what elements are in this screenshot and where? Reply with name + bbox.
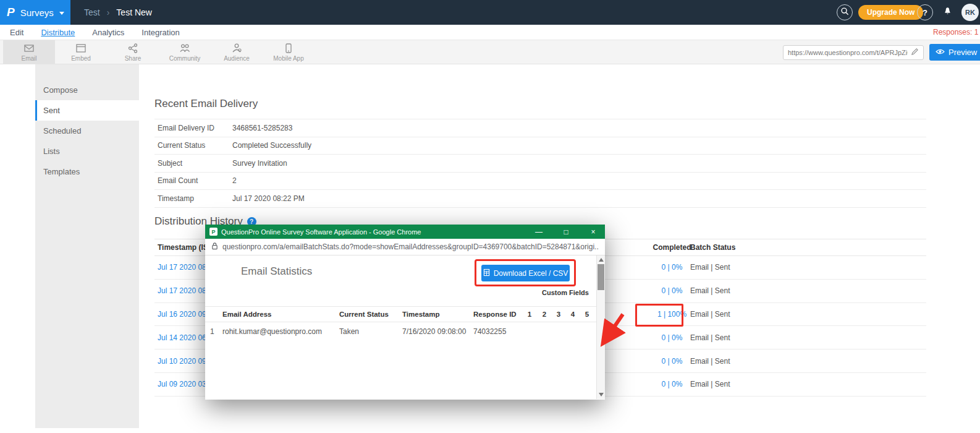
help-button[interactable]: ? [917, 4, 933, 20]
embed-icon [75, 43, 87, 54]
email-statistics-heading: Email Statistics [241, 265, 312, 278]
mobile-app-icon [283, 43, 294, 54]
maximize-icon[interactable]: □ [554, 225, 578, 239]
column-header-current-status: Current Status [339, 311, 389, 318]
table-row: Current Status Completed Successfully [154, 137, 926, 155]
table-row: Email Count 2 [154, 173, 926, 191]
toolbar-item-label: Community [169, 55, 201, 62]
close-icon[interactable]: × [581, 225, 605, 239]
lock-icon [211, 241, 218, 252]
batch-status-value: Email | Sent [690, 333, 730, 342]
minimize-icon[interactable]: — [527, 225, 551, 239]
row-value: Survey Invitation [232, 159, 287, 168]
table-row: Subject Survey Invitation [154, 155, 926, 173]
column-header-custom-2: 2 [540, 311, 549, 318]
eye-icon [936, 48, 945, 57]
surveys-menu-label: Surveys [20, 7, 54, 18]
toolbar-item-share[interactable]: Share [107, 40, 159, 64]
column-header-custom-1: 1 [525, 311, 534, 318]
row-value: 3468561-5285283 [232, 124, 292, 132]
popup-content: Email Statistics Download Excel / CSV Cu… [205, 255, 605, 399]
toolbar-item-label: Share [125, 55, 142, 62]
popup-url-text[interactable]: questionpro.com/a/emailBatchStats.do?mod… [222, 242, 599, 251]
email-sidebar: Compose Sent Scheduled Lists Templates [35, 64, 139, 428]
recent-email-delivery-table: Email Delivery ID 3468561-5285283 Curren… [154, 119, 926, 208]
row-label: Current Status [154, 141, 232, 150]
distribute-toolbar: Email Embed Share Community Audience Mob… [0, 40, 980, 64]
tab-edit[interactable]: Edit [10, 28, 23, 37]
table-row: 1 rohit.kumar@questionpro.com Taken 7/16… [205, 322, 596, 341]
toolbar-item-mobile-app[interactable]: Mobile App [263, 40, 315, 64]
scrollbar-thumb[interactable] [598, 264, 604, 290]
audience-icon [231, 43, 242, 54]
recent-email-delivery-title: Recent Email Delivery [154, 98, 258, 110]
surveys-menu[interactable]: P Surveys [0, 0, 70, 25]
batch-status-value: Email | Sent [690, 380, 730, 388]
batch-status-value: Email | Sent [690, 357, 730, 366]
avatar[interactable]: RK [961, 4, 979, 21]
toolbar-item-community[interactable]: Community [159, 40, 211, 64]
popup-scrollbar[interactable] [596, 255, 605, 399]
toolbar-item-embed[interactable]: Embed [55, 40, 107, 64]
breadcrumb-item-test[interactable]: Test [84, 7, 100, 17]
tab-integration[interactable]: Integration [142, 28, 179, 37]
timestamp-value: 7/16/2020 09:08:00 [402, 327, 466, 336]
popup-table-header-row: Email Address Current Status Timestamp R… [205, 306, 596, 322]
bell-icon [942, 6, 953, 19]
batch-status-value: Email | Sent [690, 310, 730, 319]
edit-pencil-icon[interactable] [911, 47, 919, 58]
share-icon [127, 43, 138, 54]
row-label: Email Delivery ID [154, 124, 232, 132]
toolbar-item-label: Mobile App [273, 55, 303, 62]
breadcrumb-separator: › [107, 7, 110, 17]
tab-analytics[interactable]: Analytics [92, 28, 124, 37]
popup-title-bar[interactable]: P QuestionPro Online Survey Software App… [205, 225, 605, 239]
preview-button-label: Preview [948, 48, 977, 57]
responses-count[interactable]: Responses: 1 [933, 28, 978, 36]
upgrade-now-button[interactable]: Upgrade Now [858, 5, 923, 20]
toolbar-item-audience[interactable]: Audience [211, 40, 263, 64]
tab-distribute[interactable]: Distribute [41, 28, 75, 37]
scroll-up-icon[interactable] [599, 258, 604, 262]
community-icon [179, 43, 190, 54]
preview-button[interactable]: Preview [929, 44, 980, 61]
column-header-custom-3: 3 [554, 311, 563, 318]
toolbar-item-email[interactable]: Email [3, 40, 55, 64]
column-header-custom-5: 5 [583, 311, 591, 318]
toolbar-item-label: Embed [71, 55, 91, 62]
question-mark-icon: ? [923, 8, 927, 17]
row-label: Subject [154, 159, 232, 168]
row-value: Completed Successfully [232, 141, 311, 150]
top-bar: P Surveys Test › Test New Upgrade Now ? … [0, 0, 980, 25]
popup-address-bar[interactable]: questionpro.com/a/emailBatchStats.do?mod… [205, 239, 605, 255]
column-header-timestamp: Timestamp [402, 311, 440, 318]
column-header-email-address: Email Address [222, 311, 271, 318]
survey-url-field[interactable]: https://www.questionpro.com/t/APRJpZiCB [783, 45, 924, 60]
sidebar-item-scheduled[interactable]: Scheduled [35, 121, 139, 141]
batch-status-value: Email | Sent [690, 263, 730, 272]
custom-fields-label: Custom Fields [542, 289, 589, 296]
notifications-button[interactable] [940, 5, 955, 20]
row-label: Timestamp [154, 194, 232, 203]
breadcrumb: Test › Test New [84, 0, 152, 25]
email-address-value: rohit.kumar@questionpro.com [222, 327, 322, 336]
column-header-response-id: Response ID [473, 311, 517, 318]
search-button[interactable] [837, 4, 853, 20]
column-header-custom-4: 4 [568, 311, 577, 318]
questionpro-favicon: P [209, 228, 218, 236]
sidebar-item-lists[interactable]: Lists [35, 141, 139, 161]
sidebar-item-sent[interactable]: Sent [35, 100, 139, 121]
table-row: Email Delivery ID 3468561-5285283 [154, 119, 926, 137]
toolbar-item-label: Email [21, 55, 36, 62]
survey-url-value[interactable]: https://www.questionpro.com/t/APRJpZiCB [788, 49, 908, 56]
spreadsheet-icon [483, 268, 490, 278]
sidebar-item-compose[interactable]: Compose [35, 80, 139, 100]
download-excel-csv-button[interactable]: Download Excel / CSV [481, 265, 570, 281]
sidebar-item-templates[interactable]: Templates [35, 161, 139, 182]
toolbar-item-label: Audience [224, 55, 250, 62]
section-nav: Edit Distribute Analytics Integration Re… [0, 25, 980, 40]
batch-status-value: Email | Sent [690, 286, 730, 295]
scroll-down-icon[interactable] [599, 393, 604, 397]
popup-window-title: QuestionPro Online Survey Software Appli… [221, 228, 523, 236]
row-label: Email Count [154, 176, 232, 185]
